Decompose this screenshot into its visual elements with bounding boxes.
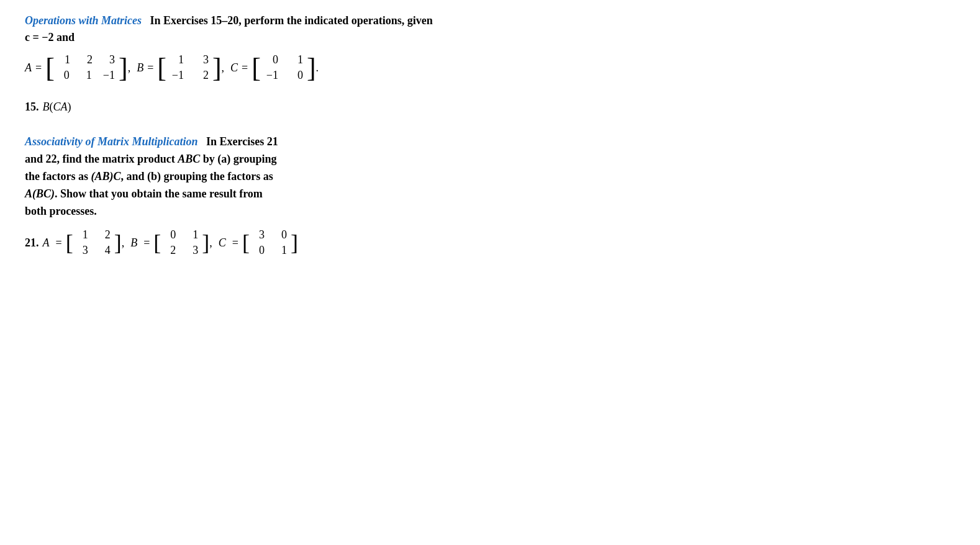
- exercise15-line: 15. B(CA): [25, 101, 955, 114]
- cell-21c11: 3: [253, 228, 265, 241]
- matrix-c-bracket-right: ]: [307, 58, 316, 78]
- matrix-21c-bracket-left: [: [242, 234, 250, 252]
- exercise15-number: 15.: [25, 101, 39, 114]
- cell-21a11: 1: [77, 228, 88, 241]
- section1-intro-text: Operations with Matrices In Exercises 15…: [25, 12, 955, 46]
- exercise21-c-label: C: [219, 236, 226, 250]
- exercise15-expression: B: [43, 101, 50, 114]
- section2-line3: the factors as (AB)C, and (b) grouping t…: [25, 170, 273, 182]
- cell-21a12: 2: [99, 228, 111, 241]
- exercise21-line: 21. A = [ 1 2 3 4 ] , B = [ 0 1 2 3: [25, 227, 955, 258]
- period-end: .: [316, 61, 319, 74]
- matrix-b: [ 1 3 −1 2 ]: [157, 52, 221, 83]
- section1-title: Operations with Matrices: [25, 14, 142, 27]
- cell-21a22: 4: [99, 244, 111, 257]
- exercise15-paren2: ): [68, 101, 71, 114]
- section2-line4: A(BC). Show that you obtain the same res…: [25, 187, 263, 200]
- comma-a: ,: [128, 61, 131, 74]
- cell-21b22: 3: [187, 244, 198, 257]
- matrix-21c-row2: 0 1: [253, 244, 287, 257]
- cell-21c12: 0: [276, 228, 287, 241]
- matrix-c-rows: 0 1 −1 0: [261, 52, 307, 83]
- exercise15-ca: CA: [53, 101, 68, 114]
- cell-a13: 3: [104, 53, 115, 66]
- matrix-a-row2: 0 1 −1: [58, 69, 115, 82]
- matrix-a-rows: 1 2 3 0 1 −1: [55, 52, 119, 83]
- exercise21-number: 21.: [25, 236, 39, 250]
- comma-21b: ,: [209, 236, 212, 250]
- matrix-21b-bracket-left: [: [153, 234, 161, 252]
- exercise21-a-label: A: [43, 236, 50, 250]
- cell-a21: 0: [58, 69, 70, 82]
- cell-c12: 1: [289, 53, 303, 66]
- matrix-c-row1: 0 1: [265, 53, 303, 66]
- matrix-21a-row2: 3 4: [77, 244, 111, 257]
- section2-line5: both processes.: [25, 205, 97, 217]
- matrix-c-bracket-left: [: [252, 58, 261, 78]
- cell-b22: 2: [195, 69, 209, 82]
- matrix-21c-bracket-right: ]: [291, 234, 298, 252]
- comma-21a: ,: [122, 236, 125, 250]
- matrix-a-row1: 1 2 3: [58, 53, 115, 66]
- section2-intro: In Exercises 21: [201, 135, 278, 148]
- matrix-21b-rows: 0 1 2 3: [161, 227, 202, 258]
- matrix-21a-bracket-right: ]: [114, 234, 122, 252]
- matrix-b-bracket-right: ]: [212, 58, 222, 78]
- section1-header: Operations with Matrices In Exercises 15…: [25, 12, 955, 46]
- equals-a: =: [35, 61, 42, 74]
- cell-21b11: 0: [165, 228, 176, 241]
- equals-b: =: [147, 61, 153, 74]
- matrix-b-label: B: [137, 61, 143, 74]
- matrix-b-bracket-left: [: [157, 58, 166, 78]
- equals-21a: =: [56, 236, 62, 250]
- exercise21-b-label: B: [130, 236, 137, 250]
- matrix-a: [ 1 2 3 0 1 −1 ]: [45, 52, 127, 83]
- matrix-21b: [ 0 1 2 3 ]: [153, 227, 209, 258]
- matrix-definitions-line: A = [ 1 2 3 0 1 −1 ] , B = [ 1 3: [25, 52, 955, 83]
- matrix-21a-row1: 1 2: [77, 228, 111, 241]
- equals-c: =: [242, 61, 248, 74]
- matrix-b-row1: 1 3: [170, 53, 209, 66]
- cell-c11: 0: [265, 53, 278, 66]
- cell-21c21: 0: [253, 244, 265, 257]
- cell-21b12: 1: [187, 228, 198, 241]
- matrix-c: [ 0 1 −1 0 ]: [252, 52, 315, 83]
- matrix-c-label: C: [230, 61, 238, 74]
- equals-21c: =: [232, 236, 238, 250]
- matrix-a-label: A: [25, 61, 32, 74]
- matrix-21b-row1: 0 1: [165, 228, 198, 241]
- matrix-21a-bracket-left: [: [66, 234, 73, 252]
- matrix-21b-row2: 2 3: [165, 244, 198, 257]
- matrix-b-rows: 1 3 −1 2: [166, 52, 212, 83]
- cell-a11: 1: [59, 53, 70, 66]
- matrix-21c-row1: 3 0: [253, 228, 287, 241]
- cell-b12: 3: [195, 53, 209, 66]
- matrix-a-bracket-right: ]: [119, 58, 128, 78]
- matrix-c-row2: −1 0: [265, 69, 303, 82]
- cell-21a21: 3: [77, 244, 88, 257]
- matrix-21b-bracket-right: ]: [202, 234, 209, 252]
- section1-intro: In Exercises 15–20, perform the indicate…: [145, 14, 433, 27]
- cell-a22: 1: [81, 69, 92, 82]
- matrix-b-row2: −1 2: [170, 69, 209, 82]
- matrix-a-bracket-left: [: [45, 58, 55, 78]
- section2-block: Associativity of Matrix Multiplication I…: [25, 133, 410, 220]
- matrix-21c: [ 3 0 0 1 ]: [242, 227, 298, 258]
- cell-c22: 0: [289, 69, 303, 82]
- section2-title: Associativity of Matrix Multiplication: [25, 135, 198, 148]
- cell-c21: −1: [265, 69, 278, 82]
- section1-c-value: c = −2 and: [25, 31, 75, 43]
- section2-line2: and 22, find the matrix product ABC by (…: [25, 153, 276, 165]
- cell-b21: −1: [170, 69, 184, 82]
- equals-21b: =: [143, 236, 150, 250]
- matrix-21a: [ 1 2 3 4 ]: [66, 227, 122, 258]
- cell-a23: −1: [103, 69, 115, 82]
- cell-21b21: 2: [165, 244, 176, 257]
- cell-b11: 1: [170, 53, 184, 66]
- cell-a12: 2: [81, 53, 93, 66]
- comma-b: ,: [222, 61, 225, 74]
- cell-21c22: 1: [276, 244, 287, 257]
- matrix-21c-rows: 3 0 0 1: [250, 227, 291, 258]
- matrix-21a-rows: 1 2 3 4: [73, 227, 114, 258]
